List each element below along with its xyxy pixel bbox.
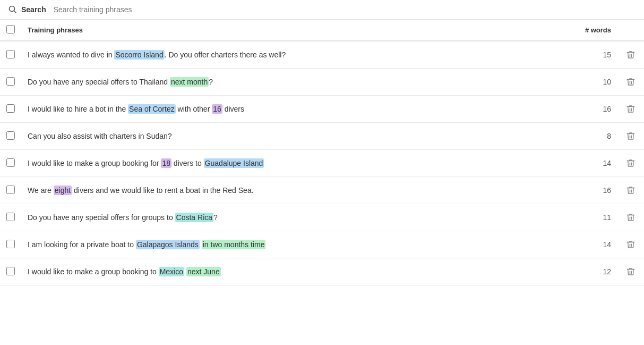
phrase-cell: I always wanted to dive in Socorro Islan… [21,41,564,69]
row-checkbox[interactable] [6,77,15,86]
row-checkbox[interactable] [6,267,15,275]
delete-button[interactable] [624,183,638,197]
words-count: 14 [564,150,617,177]
row-checkbox-cell [0,96,21,123]
phrase-cell: Can you also assist with charters in Sud… [21,123,564,150]
delete-cell [617,96,644,123]
row-checkbox-cell [0,69,21,96]
row-checkbox[interactable] [6,158,15,167]
delete-button[interactable] [624,129,638,143]
highlight-blue: Guadalupe Island [204,158,264,168]
highlight-purple: 18 [161,158,171,168]
row-checkbox-cell [0,231,21,258]
phrase-cell: We are eight divers and we would like to… [21,177,564,204]
row-checkbox[interactable] [6,104,15,113]
highlight-blue: Socorro Island [114,50,164,60]
table-row: Do you have any special offers to Thaila… [0,69,644,96]
phrase-cell: I would like to make a group booking for… [21,150,564,177]
row-checkbox-cell [0,204,21,231]
delete-button[interactable] [624,211,638,224]
table-row: Do you have any special offers for group… [0,204,644,231]
delete-cell [617,204,644,231]
words-count: 8 [564,123,617,150]
row-checkbox-cell [0,123,21,150]
search-input[interactable] [54,5,636,14]
delete-button[interactable] [624,102,638,116]
delete-cell [617,41,644,69]
table-header-row: Training phrases # words [0,20,644,41]
delete-button[interactable] [624,265,638,279]
select-all-checkbox[interactable] [6,25,15,33]
table-row: Can you also assist with charters in Sud… [0,123,644,150]
search-bar: Search [0,0,644,20]
svg-line-1 [14,11,16,13]
table-row: I would like to hire a bot in the Sea of… [0,96,644,123]
highlight-green: in two months time [202,240,266,249]
delete-cell [617,258,644,285]
highlight-teal: Mexico [159,267,184,276]
phrase-cell: Do you have any special offers to Thaila… [21,69,564,96]
delete-cell [617,150,644,177]
phrase-cell: I am looking for a private boat to Galap… [21,231,564,258]
row-checkbox-cell [0,177,21,204]
row-checkbox[interactable] [6,240,15,248]
words-count: 15 [564,41,617,69]
delete-button[interactable] [624,156,638,170]
highlight-purple: 16 [212,104,222,114]
search-icon [8,5,17,14]
table-row: I am looking for a private boat to Galap… [0,231,644,258]
highlight-blue: Galapagos Islands [136,240,200,249]
delete-cell [617,123,644,150]
highlight-teal: Costa Rica [175,213,213,222]
table-row: I would like to make a group booking for… [0,150,644,177]
delete-button[interactable] [624,75,638,89]
header-checkbox-col [0,20,21,41]
table-row: I would like to make a group booking to … [0,258,644,285]
delete-cell [617,231,644,258]
training-phrases-table: Training phrases # words I always wanted… [0,20,644,285]
words-count: 16 [564,96,617,123]
highlight-green: next month [170,77,209,87]
search-label: Search [21,5,46,14]
row-checkbox[interactable] [6,213,15,221]
highlight-blue: Sea of Cortez [128,104,176,114]
table-row: We are eight divers and we would like to… [0,177,644,204]
row-checkbox-cell [0,150,21,177]
row-checkbox[interactable] [6,131,15,140]
words-count: 12 [564,258,617,285]
row-checkbox-cell [0,41,21,69]
row-checkbox[interactable] [6,50,15,58]
words-count: 11 [564,204,617,231]
highlight-green: next June [186,267,221,276]
highlight-purple: eight [54,186,72,195]
row-checkbox[interactable] [6,186,15,194]
table-row: I always wanted to dive in Socorro Islan… [0,41,644,69]
header-words: # words [564,20,617,41]
header-phrase: Training phrases [21,20,564,41]
words-count: 16 [564,177,617,204]
words-count: 10 [564,69,617,96]
phrase-cell: Do you have any special offers for group… [21,204,564,231]
delete-cell [617,177,644,204]
row-checkbox-cell [0,258,21,285]
phrase-cell: I would like to hire a bot in the Sea of… [21,96,564,123]
delete-button[interactable] [624,238,638,251]
words-count: 14 [564,231,617,258]
delete-button[interactable] [624,48,638,62]
phrase-cell: I would like to make a group booking to … [21,258,564,285]
delete-cell [617,69,644,96]
header-action [617,20,644,41]
